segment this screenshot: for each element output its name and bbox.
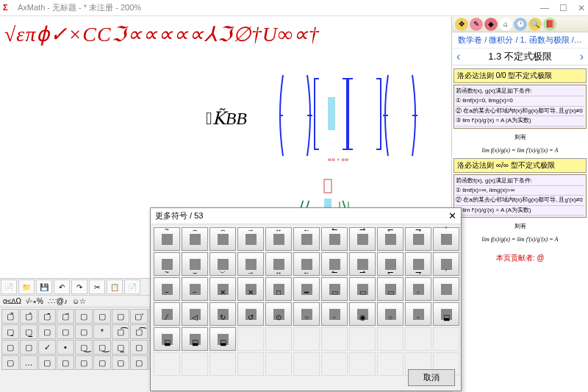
symbol-cell[interactable]: ▭ — [349, 277, 376, 301]
nav-next[interactable]: › — [580, 50, 584, 63]
palette-cell[interactable]: ▢͜ — [93, 340, 111, 354]
palette-cell[interactable]: ▢̃ — [1, 309, 19, 324]
nav-prev[interactable]: ‹ — [456, 50, 460, 63]
symbol-cell[interactable]: ━ — [293, 277, 320, 301]
pin-icon[interactable]: ✥ — [455, 18, 468, 31]
symbol-cell[interactable]: ← — [293, 252, 320, 276]
symbol-cell[interactable]: ⬓ — [154, 327, 180, 351]
symbol-cell[interactable]: ↼ — [321, 227, 348, 251]
palette-cell[interactable]: ▢ — [130, 340, 148, 354]
symbol-cell[interactable]: ↼ — [321, 252, 348, 276]
symbol-cell[interactable]: ⇁ — [405, 227, 431, 251]
tab-misc[interactable]: ∴∵@♪ — [48, 297, 68, 305]
palette-cell[interactable]: ▢͜ — [75, 340, 93, 354]
symbol-cell[interactable]: ✕ — [237, 277, 264, 301]
breadcrumb[interactable]: 数学卷 / 微积分 / 1. 函数与极限 /… — [452, 32, 588, 49]
palette-cell[interactable]: ▢ — [112, 309, 129, 324]
palette-cell[interactable]: ▢̄ — [38, 309, 56, 324]
palette-cell[interactable]: ▢̂ — [20, 309, 37, 324]
symbol-cell[interactable]: ⇀ — [349, 252, 376, 276]
tab-templates[interactable]: √▫∘% — [26, 297, 43, 305]
symbol-cell[interactable]: ↔ — [265, 252, 292, 276]
symbol-cell[interactable]: ○ — [293, 302, 320, 326]
tool-btn[interactable]: 📄 — [1, 279, 17, 294]
tab-emoji[interactable]: ☺☆ — [72, 297, 86, 305]
palette-cell[interactable]: ▢ — [130, 355, 148, 370]
palette-cell[interactable]: * — [93, 324, 111, 339]
symbol-cell[interactable]: ▫ — [405, 277, 431, 301]
palette-cell[interactable]: ▢⃗ — [57, 309, 74, 324]
palette-cell[interactable]: ▢ — [93, 309, 111, 324]
palette-cell[interactable]: ▢̲ — [20, 324, 37, 339]
symbol-cell[interactable]: ↻ — [209, 302, 236, 326]
symbol-cell[interactable]: ↺ — [237, 302, 264, 326]
symbol-cell[interactable]: □ — [265, 277, 292, 301]
tool-btn[interactable]: 💾 — [36, 279, 52, 294]
symbol-cell[interactable]: ′ — [433, 227, 459, 251]
symbol-cell[interactable]: ⇀ — [349, 227, 376, 251]
symbol-cell[interactable]: ↽ — [377, 252, 404, 276]
clock-icon[interactable]: 🕐 — [514, 18, 527, 31]
symbol-cell[interactable]: → — [237, 252, 264, 276]
symbol-cell[interactable]: ⬓ — [182, 327, 208, 351]
symbol-cell[interactable]: → — [237, 227, 264, 251]
symbol-cell[interactable]: ′ — [433, 252, 459, 276]
palette-cell[interactable]: • — [57, 340, 74, 354]
edit-icon[interactable]: ✎ — [470, 18, 483, 31]
erase-icon[interactable]: ◆ — [484, 18, 498, 31]
tool-btn[interactable]: ↷ — [71, 279, 87, 294]
maximize-button[interactable]: ☐ — [559, 3, 567, 13]
palette-cell[interactable]: … — [20, 355, 37, 370]
palette-cell[interactable]: ▢ — [57, 324, 74, 339]
tool-btn[interactable]: 📁 — [18, 279, 35, 294]
palette-cell[interactable]: ▢ — [57, 355, 74, 370]
search-icon[interactable]: 🔍 — [528, 18, 542, 31]
symbol-cell[interactable]: ⌣ — [182, 252, 208, 276]
bracket-structure[interactable]: «« ▫ »» — [279, 68, 437, 163]
palette-cell[interactable]: ▢̱ — [1, 324, 19, 339]
symbol-cell[interactable]: ⌢ — [182, 227, 208, 251]
symbol-cell[interactable]: ⬓ — [433, 302, 459, 326]
tool-btn[interactable]: 📄 — [124, 279, 140, 294]
palette-cell[interactable]: ▢ — [38, 355, 56, 370]
palette-cell[interactable]: ▢ — [1, 355, 19, 370]
symbol-cell[interactable]: ▫ — [405, 302, 431, 326]
palette-cell[interactable]: ▢ — [112, 355, 129, 370]
symbol-cell[interactable]: ◉ — [349, 302, 376, 326]
close-button[interactable]: ✕ — [578, 3, 585, 13]
symbol-cell[interactable]: ∕ — [154, 302, 180, 326]
cancel-button[interactable]: 取消 — [408, 369, 455, 386]
symbol-cell[interactable]: ⬓ — [209, 327, 236, 351]
palette-cell[interactable]: ▢ — [93, 355, 111, 370]
palette-cell[interactable]: ▢' — [130, 309, 148, 324]
formula-line-2[interactable]: ∅K̃BB — [206, 108, 247, 129]
symbol-cell[interactable]: ← — [293, 227, 320, 251]
symbol-cell[interactable]: ↔ — [265, 227, 292, 251]
symbol-cell[interactable]: ✕ — [209, 277, 236, 301]
palette-cell[interactable]: ▢͡ — [130, 324, 148, 339]
palette-cell[interactable]: ▢̲ — [112, 340, 129, 354]
symbol-cell[interactable]: ~ — [154, 252, 180, 276]
palette-cell[interactable]: ▢ — [20, 340, 37, 354]
symbol-cell[interactable]: ▭ — [321, 277, 348, 301]
tool-btn[interactable]: ↶ — [54, 279, 70, 294]
tab-symbols[interactable]: α≤∆Ω — [3, 297, 21, 305]
tool-btn[interactable]: 📋 — [107, 279, 123, 294]
symbol-cell[interactable]: ⇁ — [405, 252, 431, 276]
minimize-button[interactable]: — — [540, 3, 549, 13]
symbol-cell[interactable]: ~ — [154, 227, 180, 251]
palette-cell[interactable]: ▢ — [38, 324, 56, 339]
symbol-cell[interactable]: ▭ — [377, 277, 404, 301]
symbol-cell[interactable]: ◁ — [182, 302, 208, 326]
symbol-cell[interactable]: ↽ — [377, 227, 404, 251]
symbol-cell[interactable]: − — [154, 277, 180, 301]
home-icon[interactable]: ⌂ — [499, 18, 512, 31]
palette-cell[interactable]: ▢ — [75, 324, 93, 339]
symbol-cell[interactable]: ○ — [377, 302, 404, 326]
symbol-cell[interactable]: ︶ — [209, 252, 236, 276]
palette-cell[interactable]: ✓ — [38, 340, 56, 354]
symbol-cell[interactable]: ▫ — [321, 302, 348, 326]
tool-btn[interactable]: ✂ — [89, 279, 105, 294]
symbol-cell[interactable] — [433, 277, 459, 301]
palette-cell[interactable]: ▢ — [75, 309, 93, 324]
